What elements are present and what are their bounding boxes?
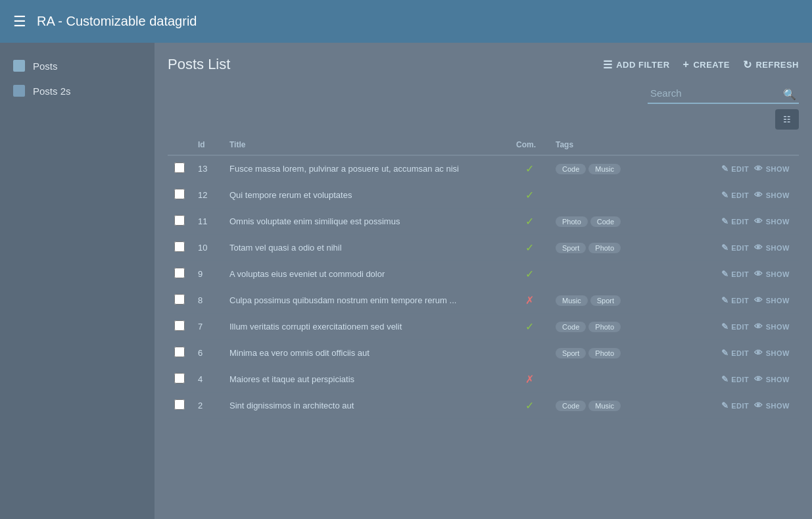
- sidebar-item-posts2s-label: Posts 2s: [33, 86, 71, 97]
- eye-icon: 👁: [754, 190, 763, 200]
- grid-icon: ☷: [783, 114, 791, 124]
- row-id: 6: [191, 340, 223, 366]
- check-icon: ✓: [525, 321, 534, 332]
- row-checkbox[interactable]: [174, 268, 185, 278]
- tag-badge: Music: [588, 164, 621, 174]
- row-tags: [549, 261, 694, 287]
- row-comm: ✓: [510, 314, 549, 340]
- row-checkbox[interactable]: [174, 373, 185, 383]
- row-title: Minima ea vero omnis odit officiis aut: [223, 340, 510, 366]
- edit-button[interactable]: ✎ EDIT: [719, 162, 752, 175]
- edit-button[interactable]: ✎ EDIT: [719, 294, 752, 307]
- eye-icon: 👁: [754, 164, 763, 174]
- row-tags: SportPhoto: [549, 235, 694, 261]
- cross-icon: ✗: [525, 374, 534, 385]
- toolbar: Posts List ☰ ADD FILTER + CREATE ↻ REFRE…: [168, 56, 799, 73]
- tag-badge: Photo: [588, 243, 621, 253]
- edit-icon: ✎: [721, 243, 729, 253]
- row-checkbox[interactable]: [174, 347, 185, 357]
- row-checkbox[interactable]: [174, 320, 185, 331]
- sidebar-item-posts[interactable]: Posts: [0, 53, 155, 78]
- edit-button[interactable]: ✎ EDIT: [719, 268, 752, 280]
- show-button[interactable]: 👁 SHOW: [752, 320, 792, 333]
- row-checkbox[interactable]: [174, 399, 185, 410]
- tag-badge: Code: [590, 216, 621, 227]
- table-header-row: Id Title Com. Tags: [168, 135, 799, 155]
- row-id: 13: [191, 155, 223, 182]
- view-toggle-row: ☷: [168, 109, 799, 130]
- posts-icon: [13, 60, 25, 72]
- row-title: Maiores et itaque aut perspiciatis: [223, 366, 510, 393]
- refresh-button[interactable]: ↻ REFRESH: [743, 59, 799, 71]
- check-icon: ✓: [525, 400, 534, 411]
- edit-button[interactable]: ✎ EDIT: [719, 373, 752, 385]
- search-icon[interactable]: 🔍: [783, 87, 796, 100]
- row-tags: CodePhoto: [549, 314, 694, 340]
- col-header-title[interactable]: Title: [223, 135, 510, 155]
- row-checkbox[interactable]: [174, 294, 185, 305]
- sidebar: Posts Posts 2s: [0, 43, 155, 519]
- refresh-icon: ↻: [743, 59, 752, 71]
- row-title: Illum veritatis corrupti exercitationem …: [223, 314, 510, 340]
- col-header-comm[interactable]: Com.: [510, 135, 549, 155]
- row-id: 8: [191, 287, 223, 314]
- layout: Posts Posts 2s Posts List ☰ ADD FILTER +…: [0, 43, 812, 519]
- tag-badge: Sport: [556, 243, 586, 253]
- refresh-label: REFRESH: [755, 60, 799, 70]
- show-button[interactable]: 👁 SHOW: [752, 189, 792, 201]
- eye-icon: 👁: [754, 348, 763, 358]
- tag-badge: Code: [556, 164, 586, 174]
- edit-button[interactable]: ✎ EDIT: [719, 241, 752, 254]
- show-button[interactable]: 👁 SHOW: [752, 373, 792, 385]
- show-button[interactable]: 👁 SHOW: [752, 399, 792, 412]
- row-title: Qui tempore rerum et voluptates: [223, 182, 510, 209]
- sidebar-item-posts2s[interactable]: Posts 2s: [0, 78, 155, 103]
- edit-icon: ✎: [721, 164, 729, 174]
- add-filter-button[interactable]: ☰ ADD FILTER: [603, 59, 670, 71]
- row-actions: ✎ EDIT👁 SHOW: [694, 366, 799, 393]
- edit-button[interactable]: ✎ EDIT: [719, 189, 752, 201]
- table-row: 6Minima ea vero omnis odit officiis autS…: [168, 340, 799, 366]
- show-button[interactable]: 👁 SHOW: [752, 215, 792, 228]
- row-checkbox[interactable]: [174, 241, 185, 252]
- row-tags: CodeMusic: [549, 155, 694, 182]
- grid-view-button[interactable]: ☷: [775, 109, 799, 130]
- edit-button[interactable]: ✎ EDIT: [719, 399, 752, 412]
- row-tags: MusicSport: [549, 287, 694, 314]
- col-header-actions: [694, 135, 799, 155]
- show-button[interactable]: 👁 SHOW: [752, 294, 792, 307]
- tag-badge: Photo: [588, 322, 621, 332]
- tag-badge: Photo: [556, 216, 588, 227]
- table-row: 12Qui tempore rerum et voluptates✓✎ EDIT…: [168, 182, 799, 209]
- col-header-checkbox: [168, 135, 191, 155]
- toolbar-actions: ☰ ADD FILTER + CREATE ↻ REFRESH: [603, 59, 799, 71]
- row-id: 9: [191, 261, 223, 287]
- row-actions: ✎ EDIT👁 SHOW: [694, 235, 799, 261]
- tag-badge: Sport: [590, 295, 621, 306]
- table-row: 11Omnis voluptate enim similique est pos…: [168, 209, 799, 235]
- hamburger-icon[interactable]: ☰: [13, 13, 26, 30]
- show-button[interactable]: 👁 SHOW: [752, 162, 792, 175]
- edit-button[interactable]: ✎ EDIT: [719, 347, 752, 359]
- row-checkbox[interactable]: [174, 215, 185, 226]
- row-checkbox[interactable]: [174, 162, 185, 173]
- col-header-tags[interactable]: Tags: [549, 135, 694, 155]
- edit-icon: ✎: [721, 322, 729, 332]
- cross-icon: ✗: [525, 295, 534, 306]
- col-header-id[interactable]: Id: [191, 135, 223, 155]
- edit-button[interactable]: ✎ EDIT: [719, 215, 752, 228]
- row-title: Sint dignissimos in architecto aut: [223, 393, 510, 419]
- show-button[interactable]: 👁 SHOW: [752, 241, 792, 254]
- show-button[interactable]: 👁 SHOW: [752, 268, 792, 280]
- row-checkbox[interactable]: [174, 189, 185, 199]
- edit-icon: ✎: [721, 269, 729, 279]
- show-button[interactable]: 👁 SHOW: [752, 347, 792, 359]
- edit-button[interactable]: ✎ EDIT: [719, 320, 752, 333]
- create-button[interactable]: + CREATE: [683, 59, 730, 70]
- page-title: Posts List: [168, 56, 230, 73]
- table-row: 7Illum veritatis corrupti exercitationem…: [168, 314, 799, 340]
- search-input[interactable]: [648, 84, 799, 104]
- check-icon: ✓: [525, 268, 534, 280]
- search-row: 🔍: [168, 84, 799, 104]
- row-comm: ✓: [510, 182, 549, 209]
